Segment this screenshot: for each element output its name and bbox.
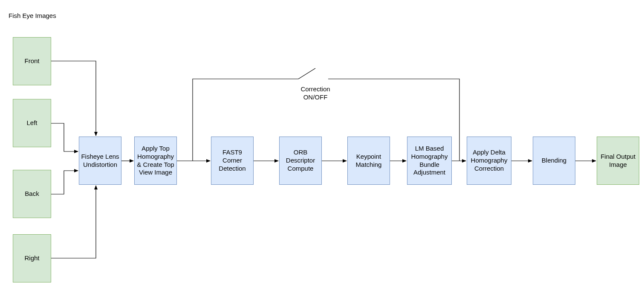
switch-label: Correction ON/OFF xyxy=(290,85,341,102)
input-right: Right xyxy=(13,234,51,282)
svg-line-8 xyxy=(298,68,315,79)
stage-blend: Blending xyxy=(533,137,575,185)
diagram-title: Fish Eye Images xyxy=(9,12,56,20)
stage-delta: Apply Delta Homography Correction xyxy=(467,137,511,185)
stage-topview: Apply Top Homography & Create Top View I… xyxy=(134,137,177,185)
diagram-canvas: Fish Eye Images Front Left Back Right Fi… xyxy=(0,0,644,294)
stage-match: Keypoint Matching xyxy=(347,137,390,185)
stage-fast9: FAST9 Corner Detection xyxy=(211,137,254,185)
stage-lm: LM Based Homography Bundle Adjustment xyxy=(407,137,452,185)
output-final: Final Output Image xyxy=(597,137,639,185)
stage-undistort: Fisheye Lens Undistortion xyxy=(79,137,121,185)
input-back: Back xyxy=(13,170,51,218)
input-front: Front xyxy=(13,37,51,85)
stage-orb: ORB Descriptor Compute xyxy=(279,137,322,185)
input-left: Left xyxy=(13,99,51,147)
